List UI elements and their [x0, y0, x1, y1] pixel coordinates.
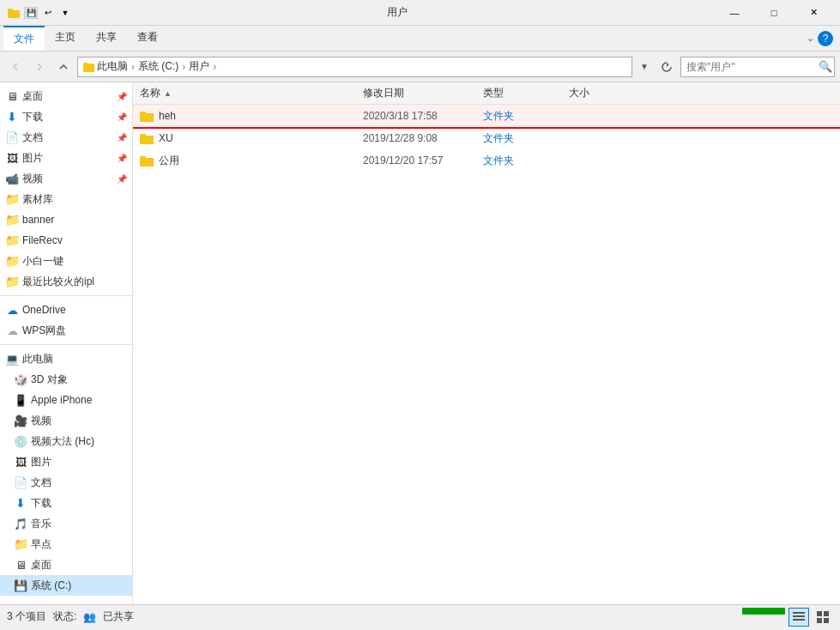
cloud-section: ☁ OneDrive ☁ WPS网盘 [0, 295, 132, 341]
dropdown-icon[interactable]: ▼ [58, 6, 72, 20]
column-headers: 名称 ▲ 修改日期 类型 大小 [133, 82, 840, 105]
col-type-header[interactable]: 类型 [483, 86, 569, 100]
green-progress-bar [742, 608, 785, 615]
tab-share[interactable]: 共享 [86, 26, 127, 51]
download-icon: ⬇ [5, 110, 19, 124]
view-controls [742, 608, 833, 627]
details-view-button[interactable] [789, 608, 809, 627]
address-bar: 此电脑 › 系统 (C:) › 用户 › ▼ 🔍 [0, 51, 840, 82]
sidebar-item-desktop[interactable]: 🖥 桌面 📌 [0, 86, 132, 106]
picture2-icon: 🖼 [14, 455, 27, 469]
file-list: heh 2020/3/18 17:58 文件夹 XU 2019/12/28 9:… [133, 105, 840, 604]
file-date-public: 2019/12/20 17:57 [363, 154, 483, 167]
desktop2-icon: 🖥 [14, 558, 27, 572]
tab-file[interactable]: 文件 [3, 26, 45, 51]
sidebar-item-videos[interactable]: 📹 视频 📌 [0, 168, 132, 189]
computer-section: 💻 此电脑 🎲 3D 对象 📱 Apple iPhone 🎥 视频 💿 视频大法… [0, 344, 132, 596]
path-segment-c[interactable]: 系统 (C:) [138, 59, 178, 74]
title-bar: 💾 ↩ ▼ 用户 — □ ✕ [0, 0, 840, 26]
refresh-button[interactable] [656, 57, 677, 77]
content-area: 名称 ▲ 修改日期 类型 大小 heh [133, 82, 840, 604]
ribbon-expand[interactable]: ⌄ [807, 33, 814, 44]
sidebar-item-music[interactable]: 🎵 音乐 [0, 513, 132, 534]
window-controls: — □ ✕ [715, 0, 833, 26]
desktop-icon: 🖥 [5, 89, 19, 103]
sidebar-item-picture2[interactable]: 🖼 图片 [0, 451, 132, 472]
svg-rect-9 [140, 156, 146, 160]
folder-public-icon [140, 154, 154, 167]
svg-rect-3 [83, 63, 88, 65]
sidebar-item-thispc[interactable]: 💻 此电脑 [0, 348, 132, 369]
sidebar-item-filerecv[interactable]: 📁 FileRecv [0, 230, 132, 251]
table-row[interactable]: heh 2020/3/18 17:58 文件夹 [133, 105, 840, 127]
sidebar-item-early[interactable]: 📁 早点 [0, 534, 132, 554]
col-name-header[interactable]: 名称 ▲ [140, 86, 363, 100]
col-size-header[interactable]: 大小 [569, 86, 833, 100]
search-input[interactable] [686, 61, 815, 73]
folder-xiaobai-icon: 📁 [5, 254, 19, 268]
table-row[interactable]: 公用 2019/12/20 17:57 文件夹 [133, 149, 840, 172]
sidebar-item-banner[interactable]: 📁 banner [0, 209, 132, 230]
path-folder-icon [83, 61, 95, 73]
forward-button[interactable] [29, 57, 50, 77]
svg-rect-5 [140, 112, 146, 115]
sidebar-item-xiaobai[interactable]: 📁 小白一键 [0, 251, 132, 271]
sidebar-item-video2[interactable]: 🎥 视频 [0, 410, 132, 431]
search-icon: 🔍 [819, 60, 832, 73]
details-view-icon [793, 611, 805, 623]
address-dropdown[interactable]: ▼ [636, 57, 653, 77]
help-icon[interactable]: ? [818, 31, 833, 46]
videos-icon: 📹 [5, 172, 19, 185]
status-label: 状态: [53, 609, 76, 624]
sidebar-item-cdrive[interactable]: 💾 系统 (C:) [0, 575, 132, 596]
undo-icon: ↩ [41, 6, 55, 20]
document2-icon: 📄 [14, 476, 27, 489]
minimize-button[interactable]: — [715, 0, 754, 26]
table-row[interactable]: XU 2019/12/28 9:08 文件夹 [133, 127, 840, 149]
address-path[interactable]: 此电脑 › 系统 (C:) › 用户 › [77, 57, 632, 77]
documents-icon: 📄 [5, 130, 19, 144]
back-button[interactable] [5, 57, 26, 77]
folder-material-icon: 📁 [5, 192, 19, 206]
sidebar-item-download[interactable]: ⬇ 下载 📌 [0, 106, 132, 127]
main-layout: 🖥 桌面 📌 ⬇ 下载 📌 📄 文档 📌 🖼 图片 📌 📹 视频 [0, 82, 840, 604]
maximize-button[interactable]: □ [754, 0, 794, 26]
window-title: 用户 [79, 5, 715, 20]
sidebar-item-documents[interactable]: 📄 文档 📌 [0, 127, 132, 148]
file-name-xu: XU [140, 131, 363, 145]
sidebar-item-recent[interactable]: 📁 最近比较火的ipl [0, 271, 132, 292]
sidebar-item-onedrive[interactable]: ☁ OneDrive [0, 300, 132, 320]
sidebar-item-pictures[interactable]: 🖼 图片 📌 [0, 148, 132, 168]
file-date-xu: 2019/12/28 9:08 [363, 132, 483, 144]
svg-rect-16 [824, 618, 829, 623]
path-segment-users[interactable]: 用户 [189, 59, 209, 74]
sidebar-item-download2[interactable]: ⬇ 下载 [0, 493, 132, 513]
ribbon: 文件 主页 共享 查看 ⌄ ? [0, 26, 840, 51]
close-button[interactable]: ✕ [794, 0, 833, 26]
col-date-header[interactable]: 修改日期 [363, 86, 483, 100]
status-icon: 👥 [83, 611, 96, 623]
sidebar-item-material[interactable]: 📁 素材库 [0, 189, 132, 209]
file-name-public: 公用 [140, 154, 363, 168]
large-icons-view-button[interactable] [813, 608, 833, 627]
svg-rect-11 [793, 615, 805, 617]
status-text: 已共享 [103, 609, 134, 624]
folder-heh-icon [140, 109, 154, 123]
sidebar-item-wps[interactable]: ☁ WPS网盘 [0, 320, 132, 341]
tab-view[interactable]: 查看 [127, 26, 168, 51]
sidebar-item-3d[interactable]: 🎲 3D 对象 [0, 369, 132, 390]
sidebar-item-document2[interactable]: 📄 文档 [0, 472, 132, 493]
tab-home[interactable]: 主页 [45, 26, 86, 51]
path-segment-computer[interactable]: 此电脑 [97, 59, 128, 74]
up-button[interactable] [53, 57, 74, 77]
svg-rect-15 [817, 618, 822, 623]
svg-rect-7 [140, 134, 146, 137]
file-name-heh: heh [140, 109, 363, 123]
3d-icon: 🎲 [14, 373, 27, 386]
sidebar-item-videodisk[interactable]: 💿 视频大法 (Hc) [0, 431, 132, 451]
sidebar-item-iphone[interactable]: 📱 Apple iPhone [0, 390, 132, 410]
sidebar-item-desktop2[interactable]: 🖥 桌面 [0, 554, 132, 575]
disk-icon: 💾 [14, 579, 27, 592]
sidebar: 🖥 桌面 📌 ⬇ 下载 📌 📄 文档 📌 🖼 图片 📌 📹 视频 [0, 82, 133, 604]
search-box[interactable]: 🔍 [680, 57, 835, 77]
